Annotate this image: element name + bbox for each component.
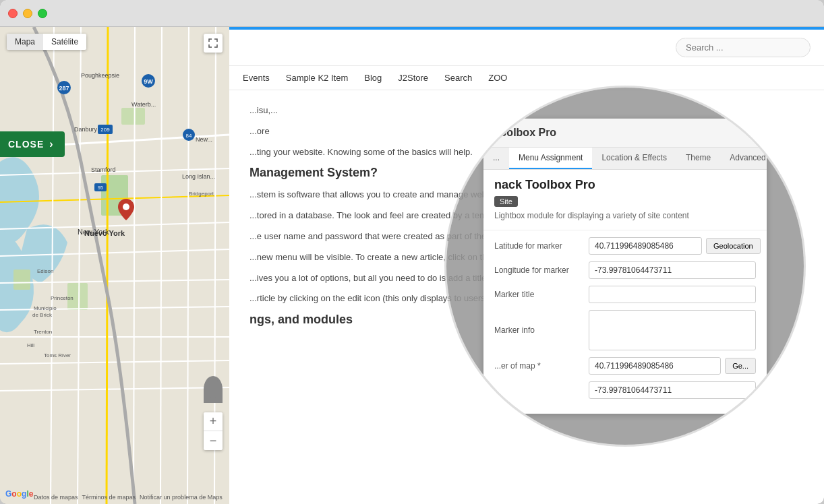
svg-text:New York: New York xyxy=(78,228,109,236)
svg-point-48 xyxy=(123,203,129,210)
longitude-form-row: Longitude for marker xyxy=(494,261,756,279)
admin-panel-header: Toolbox Pro xyxy=(483,119,767,148)
svg-rect-50 xyxy=(209,387,217,398)
marker-info-label: Marker info xyxy=(494,325,589,335)
admin-tab-advanced[interactable]: Advanced xyxy=(720,148,767,169)
marker-info-textarea[interactable] xyxy=(589,310,756,350)
nav-item-zoo[interactable]: ZOO xyxy=(488,71,507,84)
svg-text:Municipio: Municipio xyxy=(34,305,57,311)
svg-text:Waterb...: Waterb... xyxy=(131,101,156,108)
center-of-map-input[interactable] xyxy=(589,357,721,375)
svg-text:Poughkeepsie: Poughkeepsie xyxy=(81,72,119,79)
svg-text:Hill: Hill xyxy=(27,342,34,348)
admin-tab-module[interactable]: ... xyxy=(483,148,509,169)
map-fullscreen-button[interactable] xyxy=(204,34,223,53)
center-longitude-input[interactable] xyxy=(589,381,756,399)
search-wrapper xyxy=(676,38,811,57)
latitude-input[interactable] xyxy=(589,237,702,255)
maximize-window-button[interactable] xyxy=(38,9,47,18)
minimize-window-button[interactable] xyxy=(23,9,32,18)
main-area: 287 9W 209 84 Poughkeepsie Waterb... Dan… xyxy=(0,27,824,504)
map-background: 287 9W 209 84 Poughkeepsie Waterb... Dan… xyxy=(0,27,229,504)
svg-text:95: 95 xyxy=(98,185,103,190)
map-report-label: Notificar un problema de Maps xyxy=(140,494,223,501)
center-of-map-label: ...er of map * xyxy=(494,361,589,371)
close-map-button[interactable]: CLOSE › xyxy=(0,131,65,157)
map-type-mapa-button[interactable]: Mapa xyxy=(7,34,43,50)
traffic-lights xyxy=(8,9,47,18)
svg-line-17 xyxy=(107,27,108,504)
latitude-form-row: Latitude for marker Geolocation xyxy=(494,237,756,255)
marker-title-input[interactable] xyxy=(589,286,756,303)
google-logo: Google xyxy=(5,489,33,499)
nav-item-j2store[interactable]: J2Store xyxy=(398,71,428,84)
marker-title-label: Marker title xyxy=(494,290,589,299)
svg-text:287: 287 xyxy=(59,85,69,92)
admin-tabs: ... Menu Assignment Location & Effects T… xyxy=(483,148,767,170)
marker-title-form-row: Marker title xyxy=(494,286,756,303)
map-pegman[interactable] xyxy=(204,376,223,403)
map-type-controls: Mapa Satélite xyxy=(7,34,86,50)
svg-text:209: 209 xyxy=(100,127,110,133)
svg-rect-52 xyxy=(215,398,218,403)
admin-panel: Toolbox Pro ... Menu Assignment Location… xyxy=(483,119,767,414)
svg-point-49 xyxy=(208,377,218,386)
admin-tab-theme[interactable]: Theme xyxy=(676,148,720,169)
title-bar xyxy=(0,0,824,27)
svg-rect-51 xyxy=(208,398,211,403)
admin-description: Lightbox module for displaying a variety… xyxy=(494,211,756,220)
map-data-label: Datos de mapas xyxy=(34,494,78,501)
admin-site-badge: Site xyxy=(494,196,518,207)
map-terms-label: Términos de mapas xyxy=(82,494,136,501)
longitude-label: Longitude for marker xyxy=(494,265,589,275)
svg-text:Edison: Edison xyxy=(37,268,53,274)
svg-text:84: 84 xyxy=(186,133,192,139)
svg-rect-3 xyxy=(13,270,30,290)
svg-text:de Brick: de Brick xyxy=(32,312,53,318)
nav-item-blog[interactable]: Blog xyxy=(364,71,382,84)
svg-text:Trenton: Trenton xyxy=(34,329,52,335)
nav-item-search[interactable]: Search xyxy=(444,71,472,84)
pegman-icon xyxy=(204,376,223,403)
svg-rect-4 xyxy=(121,108,145,125)
svg-text:Danbury: Danbury xyxy=(74,126,98,133)
svg-text:9W: 9W xyxy=(144,78,153,85)
center-geolocation-button[interactable]: Ge... xyxy=(725,358,756,374)
nav-item-sample-k2[interactable]: Sample K2 Item xyxy=(286,71,349,84)
svg-text:Long Islan...: Long Islan... xyxy=(182,173,215,180)
close-arrow-icon: › xyxy=(49,138,53,150)
svg-text:Stamford: Stamford xyxy=(91,166,116,173)
close-button-label: CLOSE xyxy=(8,139,44,150)
admin-divider xyxy=(483,230,767,230)
browser-window: 287 9W 209 84 Poughkeepsie Waterb... Dan… xyxy=(0,0,824,504)
admin-module-title: nack Toolbox Pro xyxy=(494,178,756,192)
admin-tab-location-effects[interactable]: Location & Effects xyxy=(592,148,676,169)
map-zoom-controls: + − xyxy=(204,412,223,450)
svg-text:Princeton: Princeton xyxy=(51,295,73,301)
svg-text:Bridgeport: Bridgeport xyxy=(189,191,214,197)
marker-info-form-row: Marker info xyxy=(494,310,756,350)
map-section: 287 9W 209 84 Poughkeepsie Waterb... Dan… xyxy=(0,27,229,504)
nav-item-events[interactable]: Events xyxy=(243,71,270,84)
map-type-satelite-button[interactable]: Satélite xyxy=(43,34,86,50)
center-longitude-form-row xyxy=(494,381,756,399)
zoom-magnifier: Toolbox Pro ... Menu Assignment Location… xyxy=(446,88,804,445)
map-zoom-out-button[interactable]: − xyxy=(204,431,223,450)
center-of-map-form-row: ...er of map * Ge... xyxy=(494,357,756,375)
nav-menu: Events Sample K2 Item Blog J2Store Searc… xyxy=(229,66,824,90)
map-zoom-in-button[interactable]: + xyxy=(204,412,223,431)
map-roads-svg: 287 9W 209 84 Poughkeepsie Waterb... Dan… xyxy=(0,27,229,504)
site-search-input[interactable] xyxy=(676,38,811,57)
admin-panel-title: Toolbox Pro xyxy=(494,127,556,138)
svg-text:Toms River: Toms River xyxy=(44,352,71,358)
fullscreen-icon xyxy=(208,38,218,48)
map-marker xyxy=(118,199,134,224)
longitude-input[interactable] xyxy=(589,261,756,279)
top-bar xyxy=(229,30,824,66)
admin-tab-menu-assignment[interactable]: Menu Assignment xyxy=(509,148,592,169)
geolocation-button[interactable]: Geolocation xyxy=(706,238,761,254)
close-window-button[interactable] xyxy=(8,9,18,18)
latitude-label: Latitude for marker xyxy=(494,241,589,251)
svg-text:New...: New... xyxy=(196,136,212,143)
admin-panel-body: nack Toolbox Pro Site Lightbox module fo… xyxy=(483,170,767,414)
